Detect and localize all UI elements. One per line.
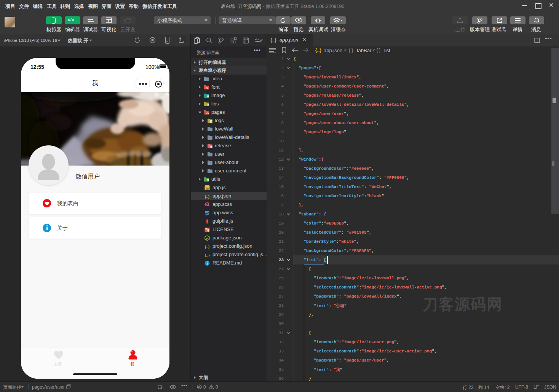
svg-text:<>: <> [206,112,209,115]
svg-text:{..}: {..} [205,245,210,249]
svg-text:{..}: {..} [205,194,210,199]
svg-text:A: A [206,86,208,90]
svg-text:{..}: {..} [205,253,210,257]
svg-text:JS: JS [206,187,209,190]
svg-text:⚙: ⚙ [207,104,209,106]
svg-text:js: js [206,237,208,240]
